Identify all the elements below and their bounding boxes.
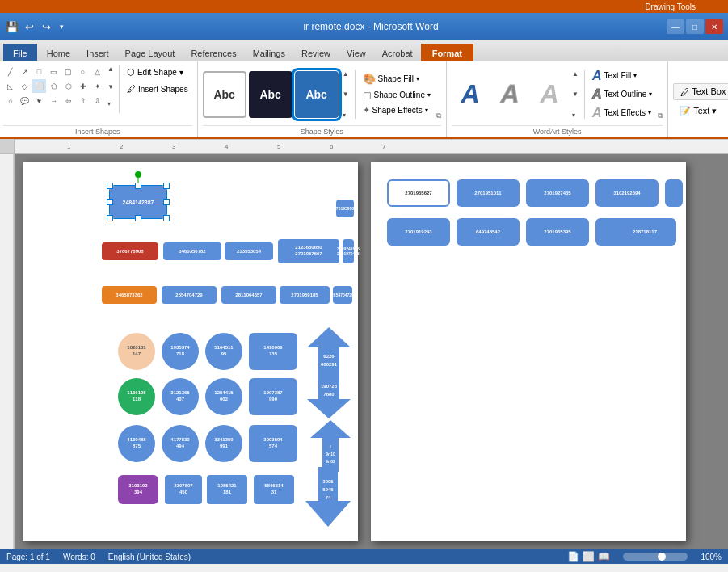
maximize-btn[interactable]: □ — [686, 19, 704, 34]
shape-fill-btn[interactable]: 🎨 Shape Fill ▾ — [360, 71, 434, 86]
shape-rect2-btn[interactable]: ▭ — [47, 65, 61, 78]
tab-file[interactable]: File — [3, 44, 37, 61]
shape-heart-btn[interactable]: ♥ — [32, 94, 46, 107]
shape-hexa-btn[interactable]: ⬡ — [61, 79, 75, 93]
shape-r1[interactable]: 3103192394 — [118, 475, 158, 504]
wordart-scroll-down[interactable]: ▼ — [570, 90, 580, 99]
qat-undo-btn[interactable]: ↩ — [22, 19, 36, 34]
wordart-expand-btn[interactable]: ▾ — [570, 111, 580, 120]
circle-c5[interactable]: 1156108118 — [118, 378, 155, 415]
wordart-style-1-btn[interactable]: A — [452, 72, 489, 117]
circle-c1[interactable]: 1826181147 — [118, 333, 155, 370]
wordart-style-3-btn[interactable]: A — [531, 72, 568, 117]
view-fullscreen-btn[interactable]: ⬜ — [583, 551, 595, 562]
shape-s12[interactable]: 2654704729 — [333, 286, 352, 304]
circle-c6[interactable]: 3121365407 — [162, 378, 199, 415]
rect-c4[interactable]: 1410009735 — [249, 333, 297, 370]
shape-effects-btn[interactable]: ✦ Shape Styles Shape Effects ▾ — [360, 103, 434, 117]
shape-s10[interactable]: 2811064557 — [221, 286, 276, 304]
edit-shape-btn[interactable]: ⬡ Edit Shape ▾ — [123, 65, 192, 80]
styles-scroll-up[interactable]: ▲ — [341, 69, 351, 78]
circle-c9[interactable]: 4130488875 — [118, 425, 155, 462]
tab-review[interactable]: Review — [293, 44, 339, 61]
shape-larrow-btn[interactable]: ⇦ — [61, 94, 75, 107]
shape-c13[interactable]: 2307807450 — [165, 475, 202, 504]
styles-scroll-down[interactable]: ▼ — [341, 90, 351, 99]
shape-selected-btn[interactable]: ⬜ — [32, 79, 46, 93]
shape-rect-btn[interactable]: □ — [32, 65, 46, 78]
shape-style-2-btn[interactable]: Abc — [249, 71, 292, 118]
shape-s6[interactable]: 21236508502701957667 — [278, 239, 339, 263]
p2-shape-6[interactable]: 2701919243 — [387, 218, 450, 246]
tab-format[interactable]: Format — [421, 44, 473, 61]
view-read-btn[interactable]: 📖 — [598, 551, 610, 562]
shape-style-3-btn[interactable]: Abc — [295, 71, 339, 118]
p2-shape-1[interactable]: 2701955627 — [387, 179, 450, 207]
shape-triangle-btn[interactable]: △ — [90, 65, 104, 78]
arrow-a1[interactable]: 6226 000291 — [307, 327, 351, 376]
qat-redo-btn[interactable]: ↪ — [39, 19, 53, 34]
p2-shape-10[interactable]: 218718117 — [613, 218, 676, 246]
tab-mailings[interactable]: Mailings — [245, 44, 293, 61]
shape-s9[interactable]: 2654704729 — [162, 286, 217, 304]
shape-star5-btn[interactable]: ✦ — [90, 79, 104, 93]
text-effects-btn[interactable]: A Text Effects ▾ — [589, 104, 655, 122]
shape-sun-btn[interactable]: ☼ — [3, 94, 17, 107]
shape-uarrow-btn[interactable]: ⇧ — [76, 94, 90, 107]
zoom-slider[interactable] — [623, 553, 688, 561]
tab-references[interactable]: References — [183, 44, 244, 61]
tab-acrobat[interactable]: Acrobat — [374, 44, 421, 61]
draw-text-box-btn[interactable]: 🖊 Insert Shapes — [123, 82, 192, 96]
minimize-btn[interactable]: — — [667, 19, 684, 34]
shape-arrow-btn[interactable]: ↗ — [18, 65, 32, 78]
rect-c8[interactable]: 1907387990 — [249, 378, 297, 415]
shape-c15[interactable]: 584651431 — [254, 475, 294, 504]
shape-rounded-btn[interactable]: ▢ — [61, 65, 75, 78]
text-btn[interactable]: 📝Text ▾ — [673, 103, 728, 119]
selected-shape-s1[interactable]: 2484142387 — [110, 186, 166, 218]
arrow-a3[interactable]: 1 9n10 9n82 — [310, 420, 351, 472]
shapes-scroll-down[interactable]: ▼ — [106, 82, 116, 91]
tab-home[interactable]: Home — [39, 44, 78, 61]
shape-styles-expand-icon[interactable]: ⧉ — [436, 111, 441, 120]
styles-expand-btn[interactable]: ▾ — [341, 111, 351, 120]
shape-s5[interactable]: 213553054 — [225, 242, 273, 260]
circle-c7[interactable]: 1254415002 — [205, 378, 242, 415]
p2-shape-4[interactable]: 3102192694 — [595, 179, 659, 207]
p2-shape-5[interactable] — [665, 179, 683, 207]
text-box-draw-btn[interactable]: 🖊Text Box Draw ▾ — [673, 83, 728, 100]
shape-callout-btn[interactable]: 💬 — [18, 94, 32, 107]
text-fill-btn[interactable]: A Text Fill ▾ — [589, 67, 655, 85]
shape-s3[interactable]: 3786778908 — [102, 242, 158, 260]
shape-plus-btn[interactable]: ✚ — [76, 79, 90, 93]
shape-style-1-btn[interactable]: Abc — [203, 71, 246, 118]
p2-shape-7[interactable]: 649748542 — [457, 218, 520, 246]
shape-s7[interactable]: 35892418552701970455 — [343, 239, 354, 263]
tab-view[interactable]: View — [339, 44, 374, 61]
wordart-scroll-up[interactable]: ▲ — [570, 69, 580, 78]
qat-dropdown-btn[interactable]: ▾ — [56, 19, 67, 34]
shape-arrow2-btn[interactable]: → — [47, 94, 61, 107]
wordart-styles-expand-icon[interactable]: ⧉ — [658, 111, 663, 120]
shape-outline-btn[interactable]: ◻ Shape Outline ▾ — [360, 87, 434, 103]
p2-shape-2[interactable]: 2701951011 — [457, 179, 520, 207]
shape-darrow-btn[interactable]: ⇩ — [90, 94, 104, 107]
text-outline-btn[interactable]: A Text Outline ▾ — [589, 86, 655, 103]
circle-c11[interactable]: 3341359991 — [205, 425, 242, 462]
wordart-style-2-btn[interactable]: A — [491, 72, 528, 117]
shape-rtriangle-btn[interactable]: ◺ — [3, 79, 17, 93]
shape-line-btn[interactable]: ╱ — [3, 65, 17, 78]
close-btn[interactable]: ✕ — [705, 19, 723, 34]
p2-shape-8[interactable]: 2701965395 — [526, 218, 589, 246]
tab-insert[interactable]: Insert — [78, 44, 117, 61]
shapes-scroll-up[interactable]: ▲ — [106, 65, 116, 74]
circle-c10[interactable]: 4177830494 — [162, 425, 199, 462]
rect-c12[interactable]: 3003594574 — [249, 425, 297, 462]
view-print-btn[interactable]: 📄 — [567, 551, 579, 562]
shape-s8[interactable]: 3465873362 — [102, 286, 157, 304]
shape-s4[interactable]: 3460350782 — [163, 242, 221, 260]
shape-s2[interactable]: 2701959185 — [336, 200, 354, 217]
shape-c14[interactable]: 1085421181 — [207, 475, 247, 504]
arrow-a2[interactable]: 190726 7880 — [307, 375, 351, 418]
circle-c2[interactable]: 1935374718 — [162, 333, 199, 370]
